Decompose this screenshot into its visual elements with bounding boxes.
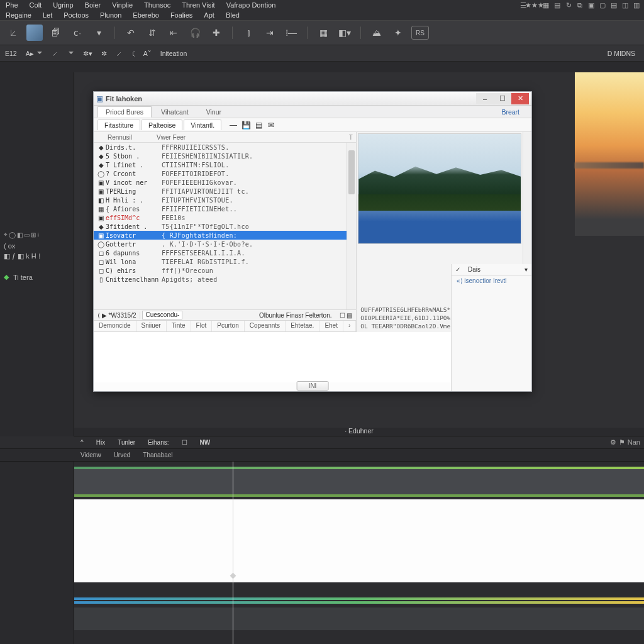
file-row[interactable]: ◻Wil lonaTIEFELAI RGbISTIPLI.f. [94, 257, 356, 266]
filter-drop[interactable]: Cuescondu- [140, 311, 255, 319]
sys-icon[interactable]: ▣ [586, 0, 596, 10]
tool-icon[interactable]: ⫿ [240, 25, 257, 41]
menu-thunsoc[interactable]: Thunsoc [142, 1, 177, 9]
tool-icon[interactable]: ⇥ [262, 25, 278, 41]
maximize-button[interactable]: ☐ [494, 93, 511, 104]
opt-item[interactable]: A˅ [143, 50, 152, 57]
sys-icon[interactable]: ▢ [597, 0, 608, 10]
effects-icon[interactable]: ✦ [390, 25, 406, 41]
file-row[interactable]: ◧H Hnli : .FITUPTHFVINTSTOUE. [94, 196, 356, 204]
timeline-tracks[interactable] [74, 462, 644, 644]
tl-subtab[interactable]: Videnw [74, 450, 108, 460]
tl-subtab[interactable]: Thanabael [136, 450, 179, 460]
file-row[interactable]: ▣TPERLingFFITIAPVIRTONEJIIT tc. [94, 187, 356, 196]
tool-icon[interactable]: ⇵ [144, 25, 160, 41]
tool-icon[interactable]: ⅽ· [69, 25, 86, 41]
col[interactable]: Tinte [167, 321, 191, 331]
right-pane-item[interactable]: «⟩ isenoctior Irevtl [452, 275, 531, 286]
col-name[interactable]: Rennusil [94, 134, 157, 141]
micro-icon[interactable]: ⁞ [37, 231, 39, 238]
sys-icon[interactable]: ▤ [609, 0, 619, 10]
track[interactable] [74, 601, 644, 604]
panel-row[interactable]: ◆ Ti tera [0, 272, 74, 282]
opt-item[interactable]: ✲▾ [83, 50, 92, 57]
chevron-down-icon[interactable] [67, 50, 74, 57]
opt-item[interactable] [67, 50, 74, 57]
file-row[interactable]: ◯Gottertr. K.'I·D·T·S·I·E·Obo?e. [94, 240, 356, 248]
file-row[interactable]: ▣V incot nerFOFEFIEEEHIIGkovar. [94, 178, 356, 187]
menu-vinplie[interactable]: Vinplie [110, 1, 140, 9]
menu-thren[interactable]: Thren Visit [180, 1, 221, 9]
col[interactable]: Sniiuer [136, 321, 167, 331]
timeline[interactable] [0, 462, 644, 644]
nav-tab[interactable]: Fitastiture [97, 119, 140, 130]
file-row[interactable]: ▣Isovatcr{ RJFoghtatsHinden: [94, 231, 356, 240]
collapse-icon[interactable]: — [228, 120, 239, 130]
micro-icon[interactable]: ⌖ [4, 231, 8, 238]
menu-vafrapo[interactable]: Vafrapo Dontion [225, 1, 283, 9]
file-row[interactable]: ▯CnittzenclhannApigdts; ateed [94, 275, 356, 284]
file-row[interactable]: ◆5 Stbon .FEIIESHENIBIINISIATILR. [94, 152, 356, 160]
sys-icon[interactable]: ↻ [564, 0, 574, 10]
file-row[interactable]: ◻C) ehirsfff()*Orecoun [94, 266, 356, 275]
opt-item[interactable]: Initeation [160, 50, 187, 57]
col[interactable]: Ehtetae. [286, 321, 319, 331]
file-row[interactable]: ▣effSIMd^cFEE10s [94, 213, 356, 222]
opt-item[interactable]: ✲ [101, 50, 107, 57]
micro-icon[interactable]: ▭ [24, 231, 30, 238]
tool-icon[interactable]: ⇤ [165, 25, 182, 41]
opt-item[interactable]: ⟋ [52, 50, 58, 57]
tl-tab[interactable]: ☐ [175, 438, 194, 447]
sys-icon[interactable]: ★★★ [530, 0, 540, 10]
image-icon[interactable]: ⛰ [369, 25, 385, 41]
playhead[interactable] [233, 462, 233, 644]
opt-item[interactable]: ⟮ [131, 50, 135, 57]
ini-button[interactable]: INI [297, 381, 329, 391]
tl-tab[interactable]: ^ [74, 438, 90, 447]
dialog-tab-right[interactable]: Breart [493, 106, 528, 118]
check-icon[interactable]: ✓ [452, 266, 464, 273]
rs-button[interactable]: RS [411, 26, 429, 40]
file-row[interactable]: ◆T Lfinet .CTIISHITM:FSLIOL. [94, 160, 356, 169]
nav-tab[interactable]: Palteoise [142, 119, 182, 130]
col[interactable]: Flot [191, 321, 213, 331]
sys-icon[interactable]: ⧉ [575, 0, 585, 10]
menu2-item[interactable]: Bled [224, 11, 247, 19]
chevron-down-icon[interactable] [36, 50, 43, 57]
tl-tab[interactable]: Tunler [111, 438, 142, 447]
save-icon[interactable]: 💾 [240, 120, 252, 130]
col-nav[interactable]: › [343, 321, 356, 331]
tl-subtab[interactable]: Urved [108, 450, 137, 460]
track[interactable] [74, 499, 644, 582]
tl-tab[interactable]: Hix [90, 438, 111, 447]
dialog-tab[interactable]: Vinur [198, 106, 230, 118]
filter-field[interactable]: Cuescondu- [142, 311, 182, 319]
tl-tab[interactable]: NW [194, 438, 217, 447]
menu2-item[interactable]: Foalies [169, 11, 199, 19]
layout-icon[interactable]: ▤ [253, 120, 264, 130]
menu2-item[interactable]: Eberebo [131, 11, 166, 19]
opt-item[interactable]: E12 [5, 50, 17, 57]
track[interactable] [74, 597, 644, 600]
opt-item[interactable]: ⟋ [116, 50, 123, 57]
menu-boier[interactable]: Boier [83, 1, 108, 9]
col-meta[interactable]: Vwer Feer [157, 134, 345, 141]
dialog-tab[interactable]: Priocd Bures [97, 106, 152, 118]
headphones-icon[interactable]: 🎧 [187, 25, 203, 41]
col[interactable]: Ehet [319, 321, 343, 331]
grid-icon[interactable]: ▦ [315, 25, 331, 41]
scroll-thumb[interactable] [348, 150, 355, 194]
col[interactable]: Demoncide [94, 321, 136, 331]
opt-item[interactable]: A▸ [26, 50, 43, 57]
tool-icon[interactable]: ◧▾ [336, 25, 353, 41]
menu2-item[interactable]: Apt [202, 11, 221, 19]
file-row[interactable]: ◆Dirds.t.FFFRRUIIEICRSSTS. [94, 143, 356, 152]
gear-icon[interactable]: ⚙ [610, 438, 616, 447]
track[interactable] [74, 631, 644, 644]
tool-icon[interactable]: ⟀ [5, 25, 21, 41]
avatar-icon[interactable] [26, 25, 43, 41]
dialog-tab[interactable]: Vihatcant [153, 106, 197, 118]
micro-icon[interactable]: ⊞ [31, 231, 36, 238]
col-add[interactable]: T [345, 134, 356, 141]
col[interactable]: Pcurton [212, 321, 244, 331]
